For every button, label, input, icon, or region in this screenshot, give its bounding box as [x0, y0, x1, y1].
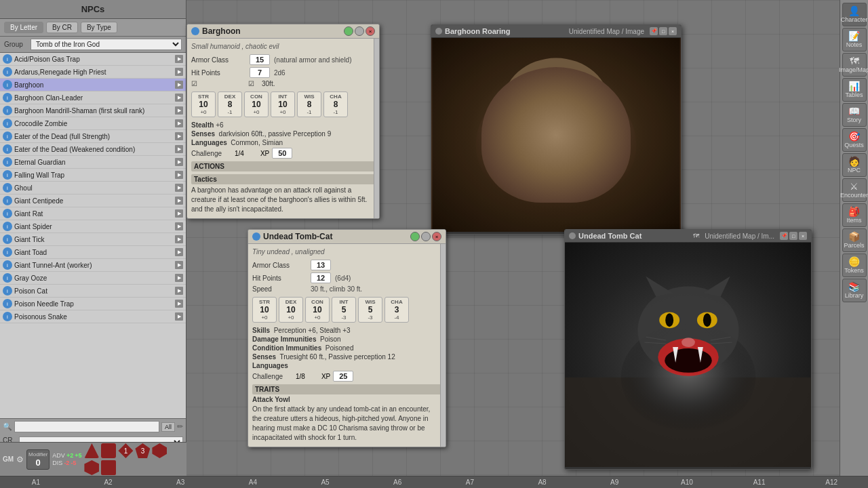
- npc-list-item[interactable]: iGhoul▶: [0, 182, 186, 195]
- npc-list-item[interactable]: iEater of the Dead (full Strength)▶: [0, 130, 186, 143]
- sidebar-btn-encounter[interactable]: ⚔ Encounter: [842, 178, 867, 202]
- die-d12[interactable]: [152, 443, 167, 458]
- tombcat-ctrl-close[interactable]: ×: [432, 232, 441, 241]
- npc-item-action-btn[interactable]: ▶: [175, 274, 183, 282]
- tombcat-image-title-bar[interactable]: Undead Tomb Cat 🗺 Unidentified Map / Im.…: [565, 230, 811, 243]
- npc-item-action-btn[interactable]: ▶: [175, 68, 183, 76]
- sidebar-btn-npc[interactable]: 🧑 NPC: [842, 153, 867, 177]
- tombcat-img-max[interactable]: □: [789, 232, 797, 240]
- barghoon-ctrl-gray[interactable]: [355, 26, 364, 36]
- sidebar-btn-items[interactable]: 🎒 Items: [842, 203, 867, 227]
- ability-val: 10: [309, 305, 326, 314]
- npc-item-action-btn[interactable]: ▶: [175, 184, 183, 192]
- sidebar-btn-library[interactable]: 📚 Library: [842, 279, 867, 302]
- sidebar-btn-story[interactable]: 📖 Story: [842, 103, 867, 127]
- npc-item-action-btn[interactable]: ▶: [175, 300, 183, 308]
- npc-list-item[interactable]: iGiant Tunnel-Ant (worker)▶: [0, 259, 186, 272]
- barghoon-img-close[interactable]: ×: [669, 27, 677, 35]
- npc-item-name: Giant Tick: [14, 236, 173, 243]
- npc-item-action-btn[interactable]: ▶: [175, 222, 183, 230]
- ability-score-box-con: CON 10 +0: [244, 92, 269, 117]
- npc-list-item[interactable]: iGray Ooze▶: [0, 272, 186, 285]
- tombcat-ctrl-green[interactable]: [410, 232, 420, 241]
- barghoon-img-pin[interactable]: 📌: [650, 27, 658, 35]
- npc-item-action-btn[interactable]: ▶: [175, 119, 183, 127]
- npc-list-item[interactable]: iBarghoon▶: [0, 79, 186, 92]
- tombcat-ctrl-gray[interactable]: [421, 232, 431, 241]
- npc-list-item[interactable]: iAcid/Poison Gas Trap▶: [0, 53, 186, 66]
- filter-by-type[interactable]: By Type: [81, 22, 117, 33]
- npc-list-item[interactable]: iGiant Rat▶: [0, 207, 186, 220]
- tombcat-img-pin[interactable]: 📌: [780, 232, 788, 240]
- barghoon-image-title-bar[interactable]: Barghoon Roaring Unidentified Map / Imag…: [431, 25, 681, 38]
- npc-item-action-btn[interactable]: ▶: [175, 132, 183, 140]
- sidebar-btn-tokens[interactable]: 🪙 Tokens: [842, 253, 867, 277]
- npc-list-item[interactable]: iEater of the Dead (Weakened condition)▶: [0, 143, 186, 156]
- npc-search-input[interactable]: [14, 421, 159, 432]
- barghoon-ctrl-close[interactable]: ×: [366, 26, 375, 36]
- barghoon-img-max[interactable]: □: [659, 27, 667, 35]
- sidebar-btn-tables[interactable]: 📊 Tables: [842, 78, 867, 102]
- npc-list-item[interactable]: iBarghoon Mandrill-Shaman (first skull r…: [0, 104, 186, 117]
- npc-item-action-btn[interactable]: ▶: [175, 209, 183, 218]
- npc-item-action-btn[interactable]: ▶: [175, 55, 183, 63]
- sidebar-btn-quests[interactable]: 🎯 Quests: [842, 128, 867, 152]
- filter-by-cr[interactable]: By CR: [46, 22, 78, 33]
- barghoon-title-bar[interactable]: Barghoon ×: [187, 24, 379, 39]
- npc-list-item[interactable]: iGiant Tick▶: [0, 233, 186, 246]
- tombcat-img-map-indicator: 🗺: [693, 232, 699, 239]
- npc-item-action-btn[interactable]: ▶: [175, 81, 183, 89]
- tombcat-scrollbar[interactable]: [440, 244, 446, 447]
- character-icon: 👤: [848, 6, 860, 16]
- sidebar-btn-notes[interactable]: 📝 Notes: [842, 28, 867, 52]
- die-d4[interactable]: [84, 443, 99, 458]
- npc-list-item[interactable]: iPoison Cat▶: [0, 285, 186, 298]
- settings-icon[interactable]: ⚙: [16, 455, 24, 464]
- npc-search-all-btn[interactable]: All: [161, 422, 175, 432]
- sidebar-btn-character[interactable]: 👤 Character: [842, 3, 867, 26]
- npc-list-item[interactable]: iEternal Guardian▶: [0, 156, 186, 169]
- npc-list-item[interactable]: iGiant Toad▶: [0, 246, 186, 259]
- npc-list-item[interactable]: iPoison Needle Trap▶: [0, 298, 186, 310]
- die-d20[interactable]: [84, 460, 99, 475]
- npc-item-action-btn[interactable]: ▶: [175, 145, 183, 153]
- npc-item-action-btn[interactable]: ▶: [175, 248, 183, 256]
- filter-by-letter[interactable]: By Letter: [4, 22, 43, 33]
- npc-item-action-btn[interactable]: ▶: [175, 261, 183, 269]
- npc-list-item[interactable]: iFalling Wall Trap▶: [0, 169, 186, 182]
- npc-item-action-btn[interactable]: ▶: [175, 171, 183, 179]
- dis-minus1: -2: [64, 460, 69, 466]
- tombcat-img-close[interactable]: ×: [799, 232, 807, 240]
- barghoon-scrollbar[interactable]: [374, 39, 379, 218]
- npc-item-action-btn[interactable]: ▶: [175, 158, 183, 166]
- npc-item-action-btn[interactable]: ▶: [175, 312, 183, 321]
- dis-row: DIS -2 -5: [52, 460, 81, 466]
- die-d8[interactable]: 1: [118, 443, 133, 458]
- npc-item-name: Poison Needle Trap: [14, 300, 173, 308]
- npc-item-action-btn[interactable]: ▶: [175, 235, 183, 243]
- sidebar-btn-imagemap[interactable]: 🗺 Image/Map: [842, 53, 867, 77]
- npc-search-row: 🔍 All ✏: [0, 418, 186, 434]
- tombcat-title-bar[interactable]: Undead Tomb-Cat ×: [248, 230, 446, 244]
- npc-item-action-btn[interactable]: ▶: [175, 287, 183, 295]
- barghoon-ac-label: Armor Class: [191, 56, 245, 64]
- group-select[interactable]: Tomb of the Iron God: [31, 39, 182, 50]
- npc-item-action-btn[interactable]: ▶: [175, 197, 183, 205]
- sidebar-btn-parcels[interactable]: 📦 Parcels: [842, 228, 867, 252]
- npc-item-icon: i: [3, 209, 12, 218]
- barghoon-ctrl-green[interactable]: [344, 26, 353, 36]
- npc-item-action-btn[interactable]: ▶: [175, 94, 183, 102]
- npc-list-item[interactable]: iGiant Centipede▶: [0, 195, 186, 207]
- ability-val: 8: [300, 100, 318, 109]
- npc-item-actions: ▶: [175, 55, 183, 63]
- npc-list-item[interactable]: iCrocodile Zombie▶: [0, 117, 186, 130]
- npc-item-action-btn[interactable]: ▶: [175, 106, 183, 115]
- npc-list-item[interactable]: iArdarus,Renegade High Priest▶: [0, 66, 186, 79]
- die-d-percent[interactable]: [101, 460, 116, 475]
- die-d6[interactable]: [101, 443, 116, 458]
- npc-list-item[interactable]: iBarghoon Clan-Leader▶: [0, 92, 186, 104]
- npc-list-item[interactable]: iGiant Spider▶: [0, 220, 186, 233]
- die-d10[interactable]: 3: [135, 443, 150, 458]
- npc-list-item[interactable]: iPoisonous Snake▶: [0, 310, 186, 323]
- npc-item-actions: ▶: [175, 209, 183, 218]
